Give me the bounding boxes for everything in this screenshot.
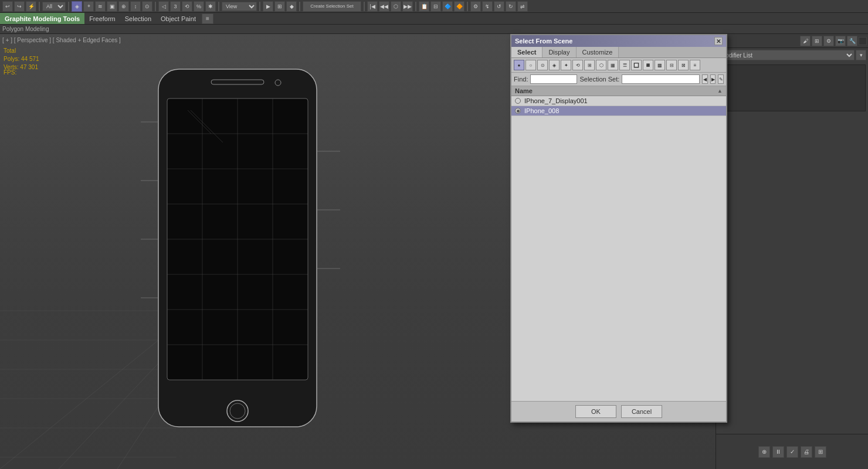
- sel-set-btn-3[interactable]: ✎: [718, 74, 724, 84]
- dlg-icon-6[interactable]: ⟲: [572, 60, 583, 70]
- tool-icon-22[interactable]: ▶▶: [402, 1, 413, 12]
- tool-select-icon[interactable]: ◈: [72, 1, 82, 12]
- dlg-icon-9[interactable]: ▦: [608, 60, 618, 70]
- tool-icon-29[interactable]: ↺: [494, 1, 504, 12]
- tool-icon-14[interactable]: %: [194, 1, 204, 12]
- tool-icon-19[interactable]: |◀: [367, 1, 378, 12]
- menu-freeform[interactable]: Freeform: [84, 13, 120, 24]
- tool-icon-21[interactable]: ⬡: [391, 1, 401, 12]
- tab-display[interactable]: Display: [542, 47, 576, 57]
- menu-extra-btn[interactable]: ≡: [202, 13, 213, 24]
- tool-icon-27[interactable]: ⚙: [470, 1, 481, 12]
- select-from-scene-dialog: Select From Scene ✕ Select Display Custo…: [510, 34, 727, 423]
- tool-icon-13[interactable]: ⟲: [182, 1, 192, 12]
- selection-dropdown[interactable]: All: [42, 2, 66, 11]
- dlg-icon-7[interactable]: ⊞: [584, 60, 595, 70]
- tool-icon-26[interactable]: 🔶: [454, 1, 464, 12]
- tool-icon-12[interactable]: 3: [170, 1, 181, 12]
- modifier-dropdown[interactable]: Modifier List: [718, 50, 855, 60]
- tool-icon-6[interactable]: ≋: [95, 1, 106, 12]
- tab-select[interactable]: Select: [511, 47, 542, 57]
- dlg-icon-2[interactable]: ○: [525, 60, 536, 70]
- tool-icon-16[interactable]: ▶: [263, 1, 273, 12]
- rp-icon-1[interactable]: 🖌: [800, 36, 811, 46]
- tool-icon-31[interactable]: ⇌: [517, 1, 528, 12]
- sel-set-btn-1[interactable]: ◀: [702, 74, 708, 84]
- tool-icon-28[interactable]: ↯: [482, 1, 493, 12]
- tool-icon-18[interactable]: ◆: [286, 1, 297, 12]
- tool-icon-9[interactable]: ↕: [130, 1, 141, 12]
- list-item[interactable]: IPhone_008: [511, 106, 726, 116]
- view-dropdown[interactable]: View: [222, 2, 257, 11]
- list-item[interactable]: IPhone_7_Display001: [511, 96, 726, 106]
- rp-bottom-icon-3[interactable]: ✓: [786, 446, 798, 458]
- rp-icon-5[interactable]: 🔧: [847, 36, 857, 46]
- dlg-icon-3[interactable]: ⊙: [537, 60, 548, 70]
- tool-icon-3[interactable]: ⚡: [26, 1, 36, 12]
- radio-1[interactable]: [515, 98, 521, 104]
- verts-value: 47 301: [20, 64, 38, 70]
- tool-icon-15[interactable]: ✱: [205, 1, 216, 12]
- find-input[interactable]: [530, 74, 577, 84]
- item-name-1: IPhone_7_Display001: [524, 97, 588, 104]
- dlg-icon-sphere[interactable]: ●: [514, 60, 524, 70]
- dialog-titlebar: Select From Scene ✕: [511, 35, 726, 47]
- rp-icon-4[interactable]: 📷: [835, 36, 846, 46]
- tool-icon-30[interactable]: ↻: [506, 1, 516, 12]
- rp-bottom-icon-5[interactable]: ⊞: [815, 446, 826, 458]
- sel-set-btn-2[interactable]: ▶: [710, 74, 716, 84]
- sort-icon[interactable]: ▲: [717, 88, 723, 94]
- dlg-icon-5[interactable]: ✦: [561, 60, 571, 70]
- rp-icon-3[interactable]: ⚙: [823, 36, 834, 46]
- tool-icon-8[interactable]: ⊕: [118, 1, 129, 12]
- modifier-content: [718, 64, 866, 111]
- tool-icon-25[interactable]: 🔷: [442, 1, 453, 12]
- menu-selection[interactable]: Selection: [120, 13, 156, 24]
- ok-button[interactable]: OK: [575, 405, 616, 418]
- menu-graphite[interactable]: Graphite Modeling Tools: [0, 13, 84, 24]
- dlg-icon-12[interactable]: 🔳: [643, 60, 653, 70]
- dlg-icon-15[interactable]: ⊠: [678, 60, 689, 70]
- modifier-row: Modifier List ▾: [716, 48, 868, 62]
- create-sel-set-btn[interactable]: Create Selection Set: [303, 1, 361, 12]
- item-name-2: IPhone_008: [524, 107, 559, 114]
- rp-bottom-icon-2[interactable]: ⏸: [772, 446, 784, 458]
- dlg-icon-10[interactable]: ☰: [619, 60, 630, 70]
- tool-icon-23[interactable]: 📋: [419, 1, 429, 12]
- rp-icon-2[interactable]: ⊞: [812, 36, 822, 46]
- tool-icon-7[interactable]: ▣: [107, 1, 117, 12]
- tool-icon-2[interactable]: ↪: [14, 1, 25, 12]
- sep-8: [415, 2, 416, 11]
- dlg-icon-8[interactable]: ⬡: [596, 60, 606, 70]
- dialog-empty-area: [511, 166, 726, 401]
- tool-icon-10[interactable]: ⊙: [142, 1, 152, 12]
- find-label: Find:: [514, 76, 528, 83]
- rp-icon-6[interactable]: [859, 37, 867, 45]
- dialog-close-button[interactable]: ✕: [714, 37, 723, 45]
- tool-icon-20[interactable]: ◀◀: [379, 1, 389, 12]
- rp-bottom-icon-1[interactable]: ⊕: [758, 446, 770, 458]
- dlg-icon-4[interactable]: ◈: [549, 60, 560, 70]
- dlg-icon-14[interactable]: ⊟: [666, 60, 677, 70]
- polys-value: 44 571: [21, 56, 39, 62]
- sep-3: [155, 2, 156, 11]
- radio-2[interactable]: [515, 108, 521, 114]
- tool-icon-17[interactable]: ⊞: [274, 1, 285, 12]
- menu-objectpaint[interactable]: Object Paint: [156, 13, 201, 24]
- tool-icon-11[interactable]: ◁: [158, 1, 169, 12]
- dlg-icon-13[interactable]: ▩: [655, 60, 665, 70]
- fps-overlay: FPS:: [4, 69, 16, 76]
- dialog-list: IPhone_7_Display001 IPhone_008: [511, 96, 726, 166]
- sep-2: [68, 2, 69, 11]
- tool-icon-5[interactable]: ⌖: [83, 1, 94, 12]
- selection-set-input[interactable]: [622, 74, 700, 84]
- tool-icon-1[interactable]: ↩: [2, 1, 13, 12]
- polys-label: Polys:: [4, 56, 19, 62]
- cancel-button[interactable]: Cancel: [621, 405, 662, 418]
- dlg-icon-16[interactable]: ≡: [690, 60, 700, 70]
- rp-bottom-icon-4[interactable]: 🖨: [801, 446, 812, 458]
- dlg-icon-11[interactable]: 🔲: [631, 60, 642, 70]
- modifier-add-btn[interactable]: ▾: [856, 50, 866, 60]
- tool-icon-24[interactable]: ⊟: [430, 1, 441, 12]
- tab-customize[interactable]: Customize: [577, 47, 619, 57]
